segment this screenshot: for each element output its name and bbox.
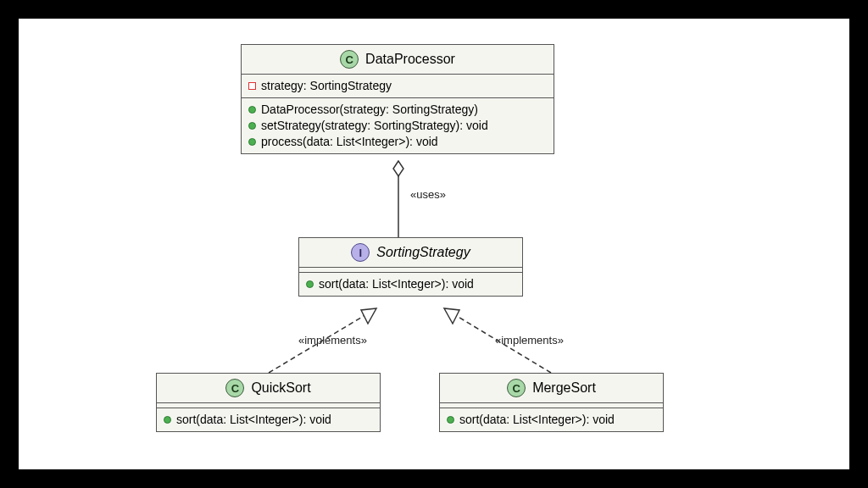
method-sig: process(data: List<Integer>): void bbox=[261, 134, 438, 150]
method-row: sort(data: List<Integer>): void bbox=[164, 412, 373, 428]
field-row: strategy: SortingStrategy bbox=[248, 78, 547, 94]
method-sig: DataProcessor(strategy: SortingStrategy) bbox=[261, 102, 478, 118]
method-row: sort(data: List<Integer>): void bbox=[306, 276, 515, 292]
diagram-canvas: C DataProcessor strategy: SortingStrateg… bbox=[19, 19, 849, 469]
relation-label-implements: «implements» bbox=[297, 334, 369, 347]
field-sig: strategy: SortingStrategy bbox=[261, 78, 392, 94]
visibility-public-icon bbox=[248, 106, 256, 114]
visibility-public-icon bbox=[164, 416, 171, 424]
relation-label-uses: «uses» bbox=[409, 188, 448, 201]
visibility-public-icon bbox=[447, 416, 454, 424]
visibility-private-icon bbox=[248, 82, 256, 90]
class-title: C DataProcessor bbox=[242, 45, 554, 75]
class-icon: C bbox=[507, 379, 526, 397]
class-name: QuickSort bbox=[251, 380, 310, 396]
class-dataprocessor: C DataProcessor strategy: SortingStrateg… bbox=[241, 44, 554, 154]
realization-arrow-icon bbox=[361, 308, 376, 324]
method-sig: sort(data: List<Integer>): void bbox=[176, 412, 331, 428]
class-mergesort: C MergeSort sort(data: List<Integer>): v… bbox=[439, 373, 664, 432]
method-row: setStrategy(strategy: SortingStrategy): … bbox=[248, 118, 547, 134]
method-sig: sort(data: List<Integer>): void bbox=[319, 276, 474, 292]
relation-label-implements: «implements» bbox=[493, 334, 565, 347]
realization-arrow-icon bbox=[444, 308, 459, 324]
visibility-public-icon bbox=[306, 280, 314, 288]
class-icon: C bbox=[225, 379, 244, 397]
interface-sortingstrategy: I SortingStrategy sort(data: List<Intege… bbox=[298, 237, 523, 297]
class-name: SortingStrategy bbox=[376, 245, 470, 260]
method-row: sort(data: List<Integer>): void bbox=[447, 412, 656, 428]
class-quicksort: C QuickSort sort(data: List<Integer>): v… bbox=[156, 373, 381, 432]
interface-icon: I bbox=[351, 243, 370, 262]
class-title: C QuickSort bbox=[157, 374, 380, 403]
methods-section: sort(data: List<Integer>): void bbox=[157, 408, 380, 431]
visibility-public-icon bbox=[248, 138, 256, 146]
method-sig: setStrategy(strategy: SortingStrategy): … bbox=[261, 118, 488, 134]
class-title: C MergeSort bbox=[440, 374, 663, 403]
method-row: DataProcessor(strategy: SortingStrategy) bbox=[248, 102, 547, 118]
methods-section: sort(data: List<Integer>): void bbox=[299, 273, 522, 296]
visibility-public-icon bbox=[248, 122, 256, 130]
methods-section: sort(data: List<Integer>): void bbox=[440, 408, 663, 431]
class-icon: C bbox=[340, 50, 359, 69]
method-row: process(data: List<Integer>): void bbox=[248, 134, 547, 150]
methods-section: DataProcessor(strategy: SortingStrategy)… bbox=[242, 98, 554, 153]
method-sig: sort(data: List<Integer>): void bbox=[459, 412, 615, 428]
class-name: MergeSort bbox=[532, 380, 596, 396]
class-name: DataProcessor bbox=[365, 52, 455, 67]
fields-section: strategy: SortingStrategy bbox=[242, 75, 554, 98]
class-title: I SortingStrategy bbox=[299, 238, 522, 268]
aggregation-diamond-icon bbox=[393, 161, 403, 176]
